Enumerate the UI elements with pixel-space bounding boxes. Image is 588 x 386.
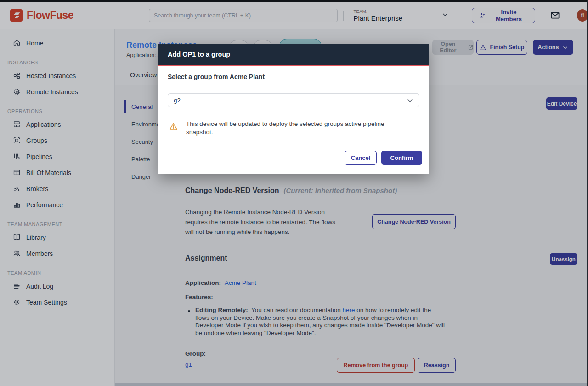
confirm-button[interactable]: Confirm (381, 151, 422, 165)
dialog-accent-line (158, 65, 429, 66)
dialog-title: Add OP1 to a group (168, 51, 230, 58)
dialog-header: Add OP1 to a group (158, 44, 429, 65)
warning-triangle-icon (169, 122, 178, 131)
cancel-button[interactable]: Cancel (345, 151, 377, 165)
group-combobox-value: g2 (174, 97, 181, 104)
dialog-prompt: Select a group from Acme Plant (168, 73, 265, 80)
app-window: FlowFuse TEAM: Plant Enterprise Invite M… (0, 0, 588, 386)
warning-text: This device will be updated to deploy th… (186, 120, 406, 136)
chevron-down-icon[interactable] (407, 97, 413, 104)
cancel-label: Cancel (351, 154, 371, 161)
group-combobox[interactable]: g2 (168, 93, 419, 107)
text-caret (181, 96, 181, 104)
confirm-label: Confirm (390, 154, 413, 161)
add-to-group-dialog: Add OP1 to a group Select a group from A… (158, 44, 429, 174)
dialog-actions: Cancel Confirm (345, 151, 422, 165)
dialog-warning: This device will be updated to deploy th… (169, 120, 406, 136)
